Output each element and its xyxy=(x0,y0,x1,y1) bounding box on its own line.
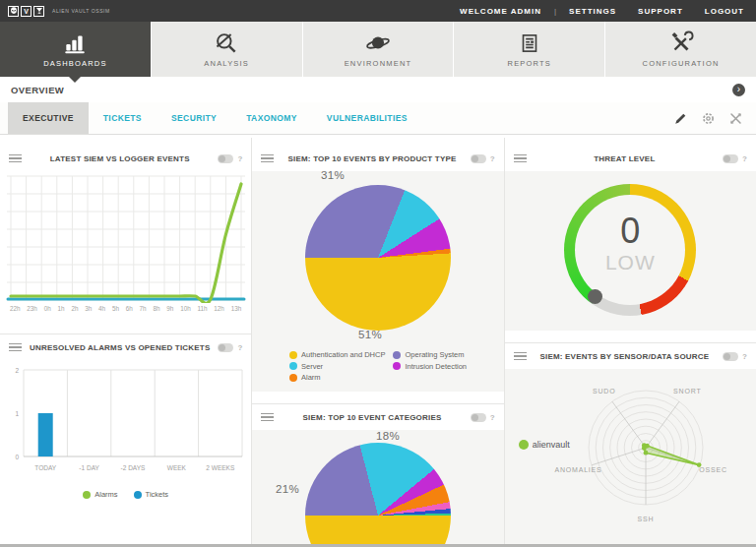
legend-item[interactable]: Alarm xyxy=(289,373,385,382)
widget-header: SIEM: TOP 10 EVENT CATEGORIES ? xyxy=(252,404,503,430)
breadcrumb-row: OVERVIEW › xyxy=(0,77,756,102)
x-axis-label: 6h xyxy=(126,305,133,312)
x-axis-label: 10h xyxy=(180,305,191,312)
legend-label: Operating System xyxy=(405,350,464,359)
line-chart-body: 22h23h0h1h2h3h4h5h6h7h8h9h10h11h12h13h xyxy=(0,171,251,322)
help-icon[interactable]: ? xyxy=(742,352,747,361)
widget-events-by-sensor: SIEM: EVENTS BY SENSOR/DATA SOURCE ? ali… xyxy=(505,342,756,547)
widget-menu-icon[interactable] xyxy=(261,413,274,422)
main-nav: DASHBOARDS ANALYSIS ENVIRONMENT REPORTS … xyxy=(0,22,756,77)
legend-item[interactable]: Intrusion Detection xyxy=(393,362,467,371)
alienvault-dashboard-page: V ALIEN VAULT OSSIM WELCOME ADMIN | SETT… xyxy=(0,0,756,547)
tab-vulnerabilities[interactable]: VULNERABILITIES xyxy=(312,102,422,134)
legend-swatch xyxy=(393,351,401,359)
widget-toggle[interactable] xyxy=(723,154,738,163)
widget-threat-level: THREAT LEVEL ? 0 LOW xyxy=(505,146,756,331)
gauge-value: 0 xyxy=(564,213,696,249)
widget-toggle[interactable] xyxy=(218,154,233,163)
tab-security[interactable]: SECURITY xyxy=(157,102,231,134)
svg-text:-2 DAYS: -2 DAYS xyxy=(121,464,146,471)
go-arrow-icon[interactable]: › xyxy=(732,84,745,96)
widget-title: SIEM: EVENTS BY SENSOR/DATA SOURCE xyxy=(533,352,717,361)
x-axis-label: 22h xyxy=(10,305,21,312)
nav-environment[interactable]: ENVIRONMENT xyxy=(303,22,454,77)
radar-legend[interactable]: alienvault xyxy=(519,440,570,450)
nav-label: ENVIRONMENT xyxy=(345,59,412,68)
widget-toggle[interactable] xyxy=(471,154,486,163)
tab-taxonomy[interactable]: TAXONOMY xyxy=(231,102,312,134)
logout-link[interactable]: LOGOUT xyxy=(705,7,744,16)
tab-executive[interactable]: EXECUTIVE xyxy=(8,102,89,134)
help-icon[interactable]: ? xyxy=(237,154,242,163)
alien-head-icon xyxy=(8,6,19,17)
nav-label: CONFIGURATION xyxy=(643,59,720,68)
x-axis-label: 3h xyxy=(85,305,92,312)
legend-item[interactable]: Tickets xyxy=(134,490,168,499)
widget-menu-icon[interactable] xyxy=(514,154,527,163)
legend-label: Alarm xyxy=(301,373,321,382)
magnifier-trend-icon xyxy=(214,30,239,56)
widget-menu-icon[interactable] xyxy=(9,154,22,163)
saturn-planet-icon xyxy=(365,30,391,56)
pie-chart-body: 18% 21% xyxy=(252,430,503,547)
bar-legend: Alarms Tickets xyxy=(6,478,245,505)
svg-text:2: 2 xyxy=(15,367,19,374)
pie-chart-product-type[interactable] xyxy=(305,185,451,331)
widget-header: UNRESOLVED ALARMS VS OPENED TICKETS ? xyxy=(0,334,251,360)
alienvault-logo[interactable]: V ALIEN VAULT OSSIM xyxy=(8,6,110,17)
nav-analysis[interactable]: ANALYSIS xyxy=(152,22,302,77)
widget-top10-events-by-product-type: SIEM: TOP 10 EVENTS BY PRODUCT TYPE ? 31… xyxy=(252,146,503,392)
help-icon[interactable]: ? xyxy=(237,343,242,352)
help-icon[interactable]: ? xyxy=(742,154,747,163)
nav-dashboards[interactable]: DASHBOARDS xyxy=(0,22,151,77)
settings-link[interactable]: SETTINGS xyxy=(569,7,616,16)
bar-chart-icon xyxy=(62,30,88,56)
pie-legend: Authentication and DHCPServerAlarmOperat… xyxy=(252,346,503,392)
widget-title: UNRESOLVED ALARMS VS OPENED TICKETS xyxy=(28,343,212,352)
legend-item[interactable]: Alarms xyxy=(83,490,117,499)
gear-icon[interactable] xyxy=(702,112,715,125)
legend-item[interactable]: Authentication and DHCP xyxy=(289,350,385,359)
column-left: LATEST SIEM VS LOGGER EVENTS ? 22h23h0h1… xyxy=(0,138,252,547)
x-axis-label: 7h xyxy=(140,305,147,312)
gauge-level-label: LOW xyxy=(564,251,696,274)
topbar-right: WELCOME ADMIN | SETTINGS SUPPORT LOGOUT xyxy=(460,7,744,16)
line-chart xyxy=(6,175,246,303)
topbar: V ALIEN VAULT OSSIM WELCOME ADMIN | SETT… xyxy=(0,0,756,22)
widget-menu-icon[interactable] xyxy=(514,352,527,361)
legend-swatch xyxy=(289,351,297,359)
widget-header: THREAT LEVEL ? xyxy=(505,146,756,171)
help-icon[interactable]: ? xyxy=(490,413,495,422)
x-axis-label: 13h xyxy=(231,305,242,312)
expand-icon[interactable] xyxy=(729,112,742,125)
nav-reports[interactable]: REPORTS xyxy=(454,22,604,77)
widget-title: LATEST SIEM VS LOGGER EVENTS xyxy=(28,154,212,163)
widget-menu-icon[interactable] xyxy=(261,154,274,163)
legend-item[interactable]: Server xyxy=(289,362,385,371)
tab-tickets[interactable]: TICKETS xyxy=(89,102,157,134)
widget-toggle[interactable] xyxy=(723,352,738,361)
widget-toggle[interactable] xyxy=(471,413,486,422)
pie-chart-event-categories[interactable] xyxy=(305,443,451,547)
x-axis-label: 11h xyxy=(197,305,207,312)
breadcrumb: OVERVIEW xyxy=(11,85,64,95)
widget-toggle[interactable] xyxy=(218,343,233,352)
support-link[interactable]: SUPPORT xyxy=(638,7,683,16)
svg-text:-1 DAY: -1 DAY xyxy=(79,464,99,471)
pie-chart-body: 31% 51% Authentication and DHCPServerAla… xyxy=(252,171,503,392)
help-icon[interactable]: ? xyxy=(490,154,495,163)
svg-text:0: 0 xyxy=(15,454,19,460)
legend-swatch xyxy=(519,440,529,450)
nav-configuration[interactable]: CONFIGURATION xyxy=(605,22,756,77)
widget-top10-event-categories: SIEM: TOP 10 EVENT CATEGORIES ? 18% 21% xyxy=(252,403,503,547)
widget-unresolved-alarms-vs-tickets: UNRESOLVED ALARMS VS OPENED TICKETS ? 21… xyxy=(0,334,251,511)
widget-menu-icon[interactable] xyxy=(9,343,22,352)
legend-item[interactable]: Operating System xyxy=(393,350,467,359)
edit-pencil-icon[interactable] xyxy=(674,112,687,125)
x-axis-label: 12h xyxy=(214,305,224,312)
legend-swatch xyxy=(393,362,401,370)
dashboard-tabbar: EXECUTIVE TICKETS SECURITY TAXONOMY VULN… xyxy=(0,102,756,135)
legend-label: Alarms xyxy=(94,490,117,499)
nav-label: REPORTS xyxy=(508,59,552,68)
bar-chart: 210TODAY-1 DAY-2 DAYSWEEK2 WEEKS xyxy=(6,364,246,478)
